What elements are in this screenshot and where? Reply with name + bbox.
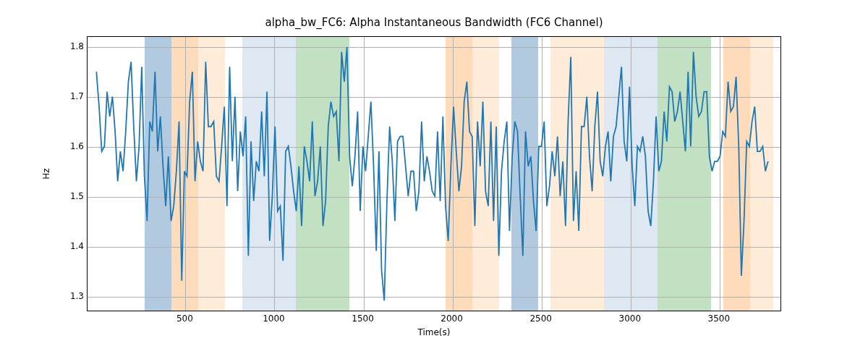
y-axis-label: Hz	[41, 168, 51, 179]
x-tick-label: 1000	[263, 313, 285, 324]
y-tick-label: 1.5	[67, 191, 84, 201]
y-tick-label: 1.3	[67, 291, 84, 301]
x-axis-label: Time(s)	[0, 327, 868, 337]
y-tick-label: 1.8	[67, 41, 84, 51]
y-tick-label: 1.6	[67, 141, 84, 151]
y-tick-label: 1.4	[67, 241, 84, 251]
y-tick-label: 1.7	[67, 91, 84, 101]
figure: alpha_bw_FC6: Alpha Instantaneous Bandwi…	[0, 0, 868, 362]
chart-title: alpha_bw_FC6: Alpha Instantaneous Bandwi…	[0, 16, 868, 29]
x-tick-label: 3500	[708, 313, 731, 324]
x-tick-label: 3000	[618, 313, 641, 324]
x-tick-label: 2000	[441, 313, 463, 324]
x-tick-label: 2500	[529, 313, 552, 324]
axes	[87, 36, 781, 311]
x-tick-label: 500	[176, 313, 193, 324]
x-tick-label: 1500	[352, 313, 374, 324]
line-series	[88, 37, 780, 311]
